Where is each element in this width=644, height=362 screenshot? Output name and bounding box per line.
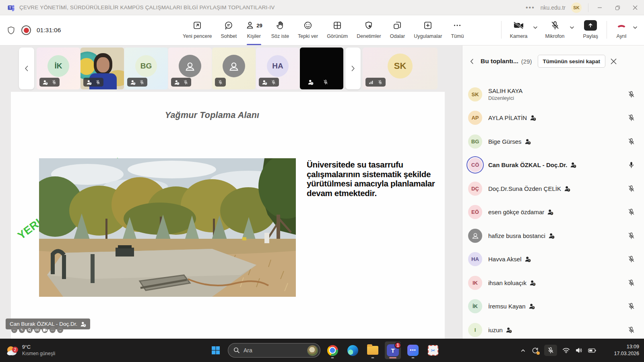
mute-all-button[interactable]: Tümünün sesini kapat	[538, 55, 606, 68]
toolbar-button-view[interactable]: Görünüm	[322, 15, 352, 45]
participant-mic-muted-icon[interactable]	[627, 232, 635, 240]
tray-clock[interactable]: 13:09 17.03.2026	[614, 339, 639, 362]
participant-mic-muted-icon[interactable]	[627, 185, 635, 192]
participant-row[interactable]: hafize busra bostanci	[462, 224, 644, 248]
participant-row[interactable]: HA Havva Aksel	[462, 248, 644, 271]
tray-show-hidden-icons[interactable]	[520, 348, 526, 354]
taskbar-app-chrome[interactable]	[324, 341, 341, 359]
taskbar-app-file-explorer[interactable]	[365, 341, 381, 359]
close-button[interactable]	[626, 0, 644, 15]
toolbar-button-raise-hand[interactable]: Söz iste	[267, 15, 293, 45]
participant-row[interactable]: İK İremsu Kayan	[462, 295, 644, 319]
participant-mic-muted-icon[interactable]	[627, 91, 635, 98]
camera-options-chevron[interactable]	[532, 24, 539, 31]
annotate-pen-button[interactable]: ✎	[19, 327, 25, 333]
video-tile-camera-on[interactable]	[80, 48, 124, 89]
weather-icon: 2	[5, 343, 19, 357]
toolbar-button-camera[interactable]: Kamera	[506, 15, 532, 45]
video-tile[interactable]	[212, 48, 256, 89]
slide-body-text: Üniversitede su tasarrufu çalışmalarının…	[307, 160, 445, 198]
toolbar-button-chat[interactable]: Sohbet	[217, 15, 242, 45]
tray-mic-muted-icon[interactable]	[544, 345, 557, 356]
participant-row[interactable]: IK ihsan koluaçık	[462, 271, 644, 295]
video-tile-dark[interactable]	[300, 48, 343, 89]
video-tile[interactable]: HA	[256, 48, 299, 89]
participant-row[interactable]: BG Bige Gürses	[462, 130, 644, 153]
teams-logo-icon: T	[7, 4, 15, 12]
search-daily-image[interactable]	[307, 345, 318, 356]
participant-row-speaking[interactable]: CÖ Can Burak ÖZKAL - Doç.Dr.	[462, 153, 644, 177]
taskbar-app-chat[interactable]: •••	[405, 341, 421, 359]
mic-off-icon	[378, 80, 383, 85]
minimize-button[interactable]	[591, 0, 609, 15]
video-tile-pinned[interactable]: SK	[363, 48, 438, 89]
more-ellipsis-icon	[452, 20, 462, 31]
taskbar-search-box[interactable]: Ara	[228, 343, 320, 358]
participant-row[interactable]: I iuzun	[462, 318, 644, 339]
participant-row[interactable]: DÇ Doç.Dr.Suna Özden ÇELİK	[462, 177, 644, 201]
toolbar-button-microphone[interactable]: Mikrofon	[541, 15, 569, 45]
meeting-timer: 01:31:06	[37, 27, 61, 34]
mic-off-icon	[323, 79, 328, 85]
toolbar-button-react[interactable]: Tepki ver	[293, 15, 322, 45]
more-tools-button[interactable]: ⋯	[50, 327, 56, 333]
tray-wifi-icon[interactable]	[562, 347, 570, 354]
tray-battery-icon[interactable]	[588, 348, 597, 353]
tray-update-icon[interactable]	[531, 347, 539, 354]
start-button[interactable]	[208, 341, 224, 359]
toolbar-button-leave[interactable]: Ayrıl	[611, 15, 632, 45]
participant-mic-muted-icon[interactable]	[627, 138, 635, 145]
strip-scroll-right-button[interactable]	[345, 48, 361, 89]
mic-options-chevron[interactable]	[569, 24, 575, 31]
tray-volume-icon[interactable]	[575, 347, 583, 354]
participant-avatar: BG	[468, 134, 482, 149]
toolbar-button-more[interactable]: Tümü	[446, 15, 468, 45]
video-toggle-button[interactable]	[42, 327, 48, 333]
leave-options-chevron[interactable]	[632, 24, 638, 31]
participant-avatar-anonymous	[468, 229, 482, 243]
panel-close-button[interactable]	[610, 58, 617, 65]
captions-button[interactable]: CC	[34, 327, 40, 333]
participant-mic-muted-icon[interactable]	[627, 279, 635, 287]
video-tile[interactable]	[168, 48, 212, 89]
slide-prev-button[interactable]: ←	[11, 327, 17, 333]
window-title: ÇEVRE YÖNETİMİ, SÜRDÜRÜLEBİLİR KAMPÜS ÇA…	[19, 4, 275, 10]
share-icon	[584, 20, 597, 31]
maximize-button[interactable]	[609, 0, 626, 15]
strip-scroll-left-button[interactable]	[19, 48, 34, 89]
toolbar-button-rooms[interactable]: Odalar	[386, 15, 410, 45]
slide-next-button[interactable]: →	[57, 327, 63, 333]
view-grid-icon	[332, 20, 342, 31]
tile-avatar: İK	[47, 55, 69, 77]
toolbar-button-controls[interactable]: Denetimler	[352, 15, 385, 45]
participant-mic-on-icon[interactable]	[627, 161, 635, 169]
participant-row[interactable]: EÖ esen gökçe özdamar	[462, 201, 644, 224]
participant-avatar: İK	[468, 299, 482, 313]
magnify-button[interactable]	[27, 327, 33, 333]
video-tile[interactable]: İK	[37, 48, 80, 89]
participant-mic-muted-icon[interactable]	[627, 255, 635, 263]
taskbar-app-edge[interactable]	[345, 341, 361, 359]
shared-content-stage[interactable]: YERLEŞKE VE ALTYAPI Yağmur Toplama Alanı…	[11, 92, 445, 339]
participant-row[interactable]: SK SALIH KAYADüzenleyici	[462, 83, 644, 106]
participant-mic-muted-icon[interactable]	[627, 326, 635, 334]
taskbar-app-teams[interactable]: T1	[385, 341, 401, 359]
participant-mic-muted-icon[interactable]	[627, 208, 635, 216]
guest-question-icon	[530, 115, 536, 121]
toolbar-button-share[interactable]: Paylaş	[578, 15, 603, 45]
account-avatar[interactable]: SK	[571, 2, 582, 13]
participant-mic-muted-icon[interactable]	[627, 302, 635, 310]
toolbar-button-new-window[interactable]: Yeni pencere	[178, 15, 217, 45]
video-tile[interactable]: BG	[124, 48, 168, 89]
toolbar-button-apps[interactable]: Uygulamalar	[409, 15, 446, 45]
weather-widget[interactable]: 2 9°CKısmen güneşli	[5, 339, 55, 362]
people-count-badge: 29	[256, 23, 262, 29]
toolbar-button-people[interactable]: 29 Kişiler	[241, 15, 266, 45]
presentation-mini-toolbar: ← ✎ CC ⋯ →	[11, 327, 63, 333]
teams-notification-badge: 1	[394, 342, 401, 349]
participant-mic-muted-icon[interactable]	[627, 114, 635, 122]
participant-row[interactable]: AP AYLA PİLATİN	[462, 106, 644, 130]
panel-back-button[interactable]	[468, 58, 476, 65]
taskbar-app-snipping-tool[interactable]: ✂	[425, 341, 441, 359]
titlebar-more-button[interactable]: •••	[520, 4, 541, 11]
